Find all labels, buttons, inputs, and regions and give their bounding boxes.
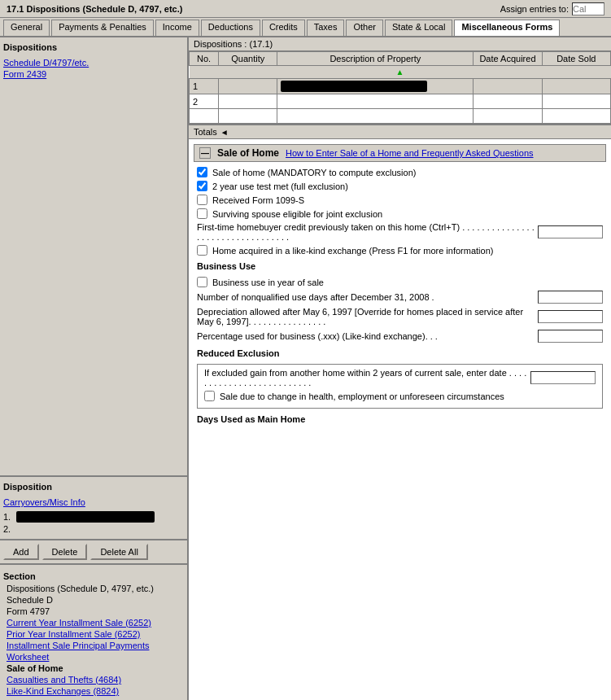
add-button[interactable]: Add	[3, 544, 39, 560]
cell-sold-1	[542, 79, 610, 94]
percentage-biz-row: Percentage used for business (.xxx) (Lik…	[194, 330, 606, 343]
collapse-button[interactable]: —	[199, 147, 211, 159]
checkbox-two-year: 2 year use test met (full exclusion)	[194, 181, 606, 191]
nonqualified-label: Number of nonqualified use days after De…	[197, 292, 538, 302]
totals-label: Totals	[194, 127, 217, 137]
checkbox-like-kind: Home acquired in a like-kind exchange (P…	[194, 245, 606, 256]
sale-of-home-checkbox[interactable]	[197, 167, 207, 177]
section-form-4797: Form 4797	[3, 606, 184, 617]
section-sale-of-home: Sale of Home	[3, 663, 184, 674]
disposition-header: Disposition	[3, 480, 184, 493]
nav-schedule-d[interactable]: Schedule D/4797/etc.	[3, 57, 184, 68]
sale-of-home-title: Sale of Home	[217, 147, 279, 159]
section-nav: Section Dispositions (Schedule D, 4797, …	[0, 565, 187, 700]
like-kind-label: Home acquired in a like-kind exchange (P…	[212, 246, 603, 256]
sale-due-change-label: Sale due to change in health, employment…	[220, 392, 596, 401]
disposition-section: Disposition Carryovers/Misc Info 1. 2.	[0, 477, 187, 540]
if-excluded-label: If excluded gain from another home withi…	[204, 368, 530, 387]
disposition-bar-1	[16, 511, 155, 523]
form-1099s-checkbox[interactable]	[197, 195, 207, 205]
sale-of-home-label: Sale of home (MANDATORY to compute exclu…	[212, 168, 603, 177]
tab-taxes[interactable]: Taxes	[307, 20, 345, 36]
disposition-num-2: 2.	[3, 524, 13, 534]
tab-credits[interactable]: Credits	[262, 20, 305, 36]
sale-of-home-link[interactable]: How to Enter Sale of a Home and Frequent…	[286, 148, 534, 158]
section-schedule-d: Schedule D	[3, 594, 184, 606]
assign-input[interactable]	[572, 2, 604, 15]
col-quantity: Quantity	[219, 52, 277, 66]
nav-form-2439[interactable]: Form 2439	[3, 68, 184, 80]
col-description: Description of Property	[277, 52, 474, 66]
right-panel: Dispositions : (17.1) No. Quantity Descr…	[189, 37, 611, 700]
nav-casualties[interactable]: Casualties and Thefts (4684)	[3, 674, 184, 685]
surviving-spouse-checkbox[interactable]	[197, 208, 207, 219]
tab-state-local[interactable]: State & Local	[385, 20, 452, 36]
tab-general[interactable]: General	[3, 20, 50, 36]
form-1099s-label: Received Form 1099-S	[212, 195, 603, 205]
cell-sold-2	[542, 94, 610, 109]
percentage-biz-input[interactable]	[538, 330, 603, 343]
if-excluded-row: If excluded gain from another home withi…	[201, 368, 599, 387]
delete-all-button[interactable]: Delete All	[90, 544, 147, 560]
section-dispositions-label: Dispositions (Schedule D, 4797, etc.)	[3, 583, 184, 594]
business-use-header: Business Use	[194, 259, 606, 273]
nav-prior-installment[interactable]: Prior Year Installment Sale (6252)	[3, 628, 184, 640]
cell-no-1: 1	[190, 79, 219, 94]
window-title: 17.1 Dispositions (Schedule D, 4797, etc…	[7, 4, 182, 14]
col-date-sold: Date Sold	[542, 52, 610, 66]
tab-payments-penalties[interactable]: Payments & Penalties	[51, 20, 154, 36]
tab-other[interactable]: Other	[346, 20, 383, 36]
assign-label: Assign entries to:	[500, 4, 569, 14]
title-bar: 17.1 Dispositions (Schedule D, 4797, etc…	[0, 0, 611, 18]
checkbox-biz-use: Business use in year of sale	[194, 277, 606, 287]
checkbox-1099s: Received Form 1099-S	[194, 195, 606, 205]
biz-use-checkbox[interactable]	[197, 277, 207, 287]
two-year-label: 2 year use test met (full exclusion)	[212, 182, 603, 191]
grid-area: No. Quantity Description of Property Dat…	[189, 51, 611, 125]
tab-misc-forms[interactable]: Miscellaneous Forms	[454, 20, 560, 36]
first-time-label: First-time homebuyer credit previously t…	[197, 222, 538, 242]
disposition-entry-2: 2.	[3, 524, 184, 534]
table-row-empty	[190, 109, 611, 124]
first-time-homebuyer-row: First-time homebuyer credit previously t…	[194, 222, 606, 242]
depreciation-input[interactable]	[538, 310, 603, 323]
nav-like-kind[interactable]: Like-Kind Exchanges (8824)	[3, 685, 184, 697]
disposition-list: 1. 2.	[3, 511, 184, 534]
days-used-header: Days Used as Main Home	[194, 412, 606, 427]
dispositions-section: Dispositions Schedule D/4797/etc. Form 2…	[0, 37, 187, 477]
tab-deductions[interactable]: Deductions	[201, 20, 260, 36]
sale-due-change-checkbox[interactable]	[204, 391, 215, 401]
first-time-input[interactable]	[538, 225, 603, 238]
nav-worksheet[interactable]: Worksheet	[3, 651, 184, 663]
col-date-acquired: Date Acquired	[474, 52, 542, 66]
nonqualified-days-row: Number of nonqualified use days after De…	[194, 291, 606, 304]
checkbox-sale-of-home: Sale of home (MANDATORY to compute exclu…	[194, 167, 606, 177]
scroll-left-btn[interactable]: ◄	[217, 128, 232, 137]
col-no: No.	[190, 52, 219, 66]
two-year-checkbox[interactable]	[197, 181, 207, 191]
nonqualified-input[interactable]	[538, 291, 603, 304]
table-row[interactable]: 2	[190, 94, 611, 109]
form-area: — Sale of Home How to Enter Sale of a Ho…	[189, 139, 611, 700]
disposition-num-1: 1.	[3, 512, 13, 522]
cell-acquired-1	[474, 79, 542, 94]
delete-button[interactable]: Delete	[42, 544, 88, 560]
left-panel: Dispositions Schedule D/4797/etc. Form 2…	[0, 37, 189, 700]
sort-arrow: ▲	[193, 68, 608, 77]
nav-installment-payments[interactable]: Installment Sale Principal Payments	[3, 640, 184, 651]
surviving-spouse-label: Surviving spouse eligible for joint excl…	[212, 209, 603, 219]
carryovers-link[interactable]: Carryovers/Misc Info	[3, 497, 184, 508]
dispositions-header: Dispositions	[3, 41, 184, 54]
checkbox-sale-due-change: Sale due to change in health, employment…	[201, 391, 599, 401]
biz-use-label: Business use in year of sale	[212, 278, 603, 287]
table-row[interactable]: 1	[190, 79, 611, 94]
title-bar-right: Assign entries to:	[500, 2, 604, 15]
disposition-table: No. Quantity Description of Property Dat…	[189, 51, 611, 124]
tab-income[interactable]: Income	[155, 20, 199, 36]
like-kind-checkbox[interactable]	[197, 245, 207, 256]
percentage-biz-label: Percentage used for business (.xxx) (Lik…	[197, 331, 538, 341]
nav-current-installment[interactable]: Current Year Installment Sale (6252)	[3, 617, 184, 628]
if-excluded-input[interactable]	[530, 371, 596, 384]
cell-no-2: 2	[190, 94, 219, 109]
cell-desc-1	[277, 79, 474, 94]
